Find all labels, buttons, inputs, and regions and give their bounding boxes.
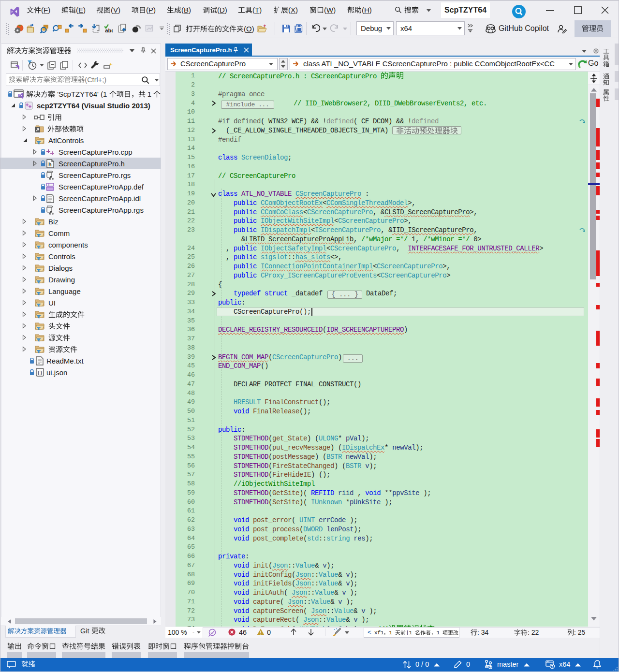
svg-text:h: h [48, 161, 52, 167]
svg-text:{}: {} [37, 371, 43, 376]
svg-text:abc: abc [105, 28, 113, 33]
